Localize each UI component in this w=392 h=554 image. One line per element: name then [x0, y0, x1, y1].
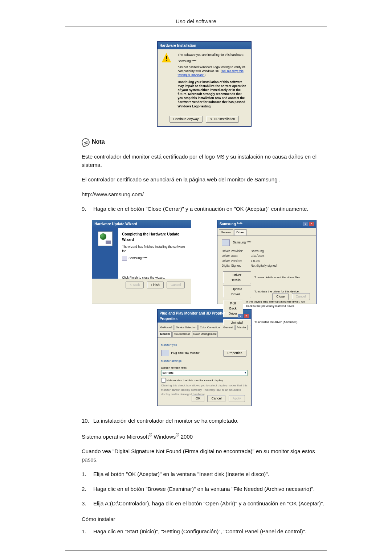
wizard-device: Samsung **** [128, 256, 147, 260]
dialog-titlebar: Samsung **** ? × [217, 220, 316, 228]
reg-mark: ® [149, 432, 152, 438]
step-number: 3. [82, 500, 93, 508]
close-button[interactable]: Close [272, 293, 289, 300]
uninstall-desc: To uninstall the driver (Advanced). [254, 320, 298, 325]
val-version: 1.0.0.0 [251, 259, 260, 264]
hw-warning-bold: Continuing your installation of this sof… [178, 80, 247, 108]
hw-line2b: ) [204, 73, 205, 77]
hide-modes-desc: Clearing this check box allows you to se… [161, 383, 248, 397]
tab-general[interactable]: General [222, 325, 234, 330]
hw-device: Samsung **** [178, 59, 247, 63]
rollback-driver-desc: If the device fails after updating the d… [246, 300, 312, 309]
refresh-label: Screen refresh rate: [161, 366, 248, 370]
val-signer: Not digitally signed [251, 263, 277, 268]
cancel-button: Cancel [167, 282, 185, 289]
refresh-rate-select[interactable]: 60 Hertz ▾ [161, 370, 248, 376]
dialog-title: Plug and Play Monitor and 3D Prophet III… [160, 311, 238, 321]
pnp-tabstrip: GeForce3 Device Selection Color Correcti… [158, 323, 251, 338]
note-icon [81, 137, 91, 147]
cert-paragraph: El controlador certificado se anunciará … [82, 176, 327, 184]
group-monitor-type: Monitor type [161, 343, 248, 347]
hardware-update-wizard-dialog: Hardware Update Wizard Completing the Ha… [92, 220, 191, 304]
hide-modes-checkbox[interactable] [161, 378, 166, 383]
hide-modes-label: Hide modes that this monitor cannot disp… [167, 379, 223, 382]
tab-device-selection[interactable]: Device Selection [175, 325, 198, 330]
header-rule [65, 26, 327, 27]
footer-rule [65, 550, 327, 551]
os-line: Sistema operativo Microsoft® Windows® 20… [82, 432, 327, 441]
step-number: 1. [82, 470, 93, 479]
finish-button[interactable]: Finish [147, 282, 164, 289]
chevron-down-icon: ▾ [245, 371, 246, 375]
tab-adapter[interactable]: Adapter [235, 325, 248, 330]
device-icon [122, 256, 127, 261]
dialog-titlebar: Hardware Installation [158, 42, 251, 49]
dialog-titlebar: Hardware Update Wizard [92, 220, 191, 228]
refresh-rate-value: 60 Hertz [163, 371, 173, 375]
samsung-url[interactable]: http://www.samsung.com/ [82, 190, 327, 199]
dialog-title: Samsung **** [220, 221, 242, 227]
wizard-icon [98, 231, 113, 246]
tab-troubleshoot[interactable]: Troubleshoot [172, 331, 191, 336]
dialog-title: Hardware Installation [160, 43, 196, 48]
note-paragraph: Este controlador del monitor está certif… [82, 153, 327, 169]
step-number: 10. [82, 417, 93, 425]
wizard-finish-hint: Click Finish to close the wizard. [122, 275, 187, 280]
cancel-button: Cancel [292, 293, 310, 300]
dialog-titlebar: Plug and Play Monitor and 3D Prophet III… [158, 309, 251, 323]
step-9-text: Haga clic en el botón "Close (Cerrar)" y… [93, 205, 327, 213]
tab-monitor[interactable]: Monitor [159, 331, 172, 336]
page-header: Uso del software [65, 18, 327, 24]
warning-icon [162, 53, 171, 62]
reg-mark: ® [176, 432, 179, 438]
update-driver-button[interactable]: Update Driver... [223, 286, 251, 298]
lbl-signer: Digital Signer: [222, 263, 251, 268]
lbl-date: Driver Date: [222, 254, 251, 259]
step-text: Haga clic en "Start (Inicio)", "Setting … [93, 528, 327, 536]
tab-general[interactable]: General [219, 229, 233, 235]
step-number: 9. [82, 205, 93, 213]
os-text-c: 2000 [179, 434, 193, 440]
properties-button[interactable]: Properties [223, 350, 246, 357]
monitor-icon [222, 239, 230, 246]
props-device: Samsung **** [233, 241, 252, 244]
step-text: Elija el botón "OK (Aceptar)" en la vent… [93, 470, 327, 479]
close-icon[interactable]: × [244, 314, 249, 318]
continue-anyway-button[interactable]: Continue Anyway [170, 116, 203, 123]
close-icon[interactable]: × [309, 222, 314, 226]
val-provider: Samsung [251, 249, 264, 254]
driver-details-button[interactable]: Driver Details... [223, 271, 251, 284]
how-to-install-heading: Cómo instalar [82, 515, 327, 524]
step-text: Haga clic en el botón "Browse (Examinar)… [93, 485, 327, 493]
help-button[interactable]: ? [238, 314, 243, 318]
lbl-provider: Driver Provider: [222, 249, 251, 254]
os-text-b: Windows [152, 434, 176, 440]
signature-paragraph: Cuando vea "Digital Signature Not Found … [82, 447, 327, 464]
tab-geforce[interactable]: GeForce3 [159, 325, 174, 330]
lbl-version: Driver Version: [222, 259, 251, 264]
val-date: 9/11/2005 [251, 254, 265, 259]
driver-properties-dialog: Samsung **** ? × General Driver Samsung … [217, 220, 317, 304]
group-monitor-settings: Monitor settings [161, 359, 248, 363]
step-text: Elija A:(D:\Controlador), haga clic en e… [93, 500, 327, 508]
tab-color-management[interactable]: Color Management [192, 331, 218, 336]
step-number: 1. [82, 528, 93, 536]
help-button[interactable]: ? [303, 222, 308, 226]
step-10-text: La instalación del controlador del monit… [93, 417, 327, 425]
wizard-banner [92, 228, 118, 279]
back-button: < Back [126, 282, 144, 289]
os-text-a: Sistema operativo Microsoft [82, 434, 149, 440]
tab-driver[interactable]: Driver [234, 229, 247, 235]
monitor-type-value: Plug and Play Monitor [171, 351, 200, 354]
hw-line1: The software you are installing for this… [178, 53, 247, 57]
wizard-heading: Completing the Hardware Update Wizard [122, 231, 187, 242]
tab-color-correction[interactable]: Color Correction [199, 325, 221, 330]
driver-details-desc: To view details about the driver files. [254, 275, 301, 280]
step-number: 2. [82, 485, 93, 493]
hardware-installation-dialog: Hardware Installation The software you a… [157, 41, 252, 127]
note-label: Nota [92, 138, 105, 146]
stop-installation-button[interactable]: STOP Installation [206, 116, 239, 123]
monitor-icon [161, 350, 169, 356]
dialog-title: Hardware Update Wizard [94, 221, 137, 227]
wizard-subtext: The wizard has finished installing the s… [122, 245, 187, 254]
